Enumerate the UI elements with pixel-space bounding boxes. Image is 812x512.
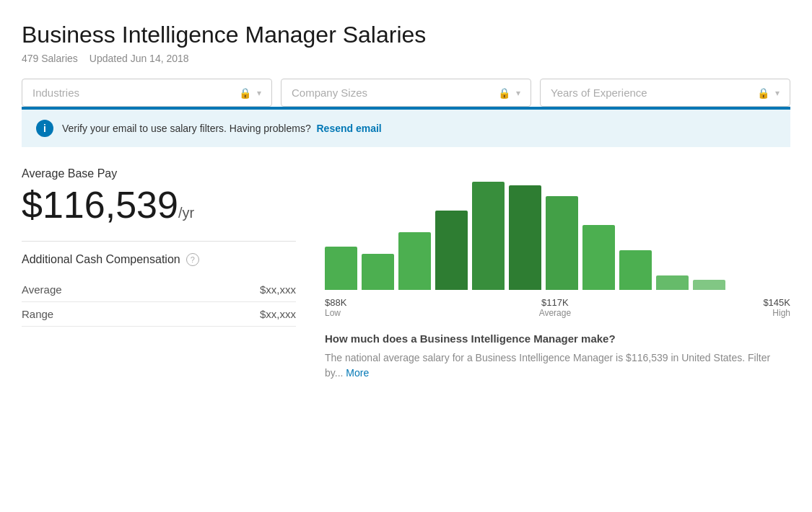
salary-value: $116,539: [22, 184, 178, 226]
info-icon: i: [36, 120, 53, 137]
company-sizes-chevron-icon: ▾: [516, 88, 520, 98]
banner-message: Verify your email to use salary filters.…: [62, 123, 382, 134]
chart-low-label: $88K: [325, 297, 346, 308]
avg-comp-label: Average: [22, 283, 62, 296]
avg-comp-row: Average $xx,xxx: [22, 278, 296, 302]
bar-10: [693, 280, 725, 290]
avg-comp-value: $xx,xxx: [260, 283, 296, 296]
question-icon[interactable]: ?: [186, 253, 199, 266]
years-of-experience-filter[interactable]: Years of Experience 🔒 ▾: [540, 79, 790, 107]
main-content: Average Base Pay $116,539/yr Additional …: [22, 167, 790, 381]
chart-low-sub: Low: [325, 308, 341, 318]
avg-base-label: Average Base Pay: [22, 167, 296, 180]
industries-lock-icon: 🔒: [239, 87, 251, 99]
chart-avg-label: $117K: [541, 297, 569, 308]
years-of-experience-chevron-icon: ▾: [775, 88, 780, 98]
range-comp-label: Range: [22, 308, 53, 320]
range-comp-value: $xx,xxx: [260, 308, 296, 320]
page-title: Business Intelligence Manager Salaries: [22, 22, 790, 48]
chart-high-sub: High: [772, 308, 790, 318]
bar-5: [509, 185, 541, 290]
bar-0: [325, 247, 357, 290]
salary-amount: $116,539/yr: [22, 186, 296, 224]
bar-7: [582, 225, 615, 290]
chart-avg-group: $117K Average: [539, 297, 571, 318]
bar-4: [472, 182, 505, 290]
chart-high-label: $145K: [763, 297, 790, 308]
company-sizes-lock-icon: 🔒: [498, 87, 510, 99]
cash-comp-title: Additional Cash Compensation: [22, 253, 180, 266]
bar-chart: [325, 175, 790, 290]
updated-date: Updated Jun 14, 2018: [90, 53, 189, 64]
company-sizes-label: Company Sizes: [292, 87, 367, 99]
how-much-text: The national average salary for a Busine…: [325, 350, 790, 381]
filters-row: Industries 🔒 ▾ Company Sizes 🔒 ▾ Years o…: [22, 79, 790, 107]
how-much-title: How much does a Business Intelligence Ma…: [325, 332, 790, 345]
more-link[interactable]: More: [346, 367, 369, 379]
chart-high-group: $145K High: [763, 297, 790, 318]
salary-period: /yr: [178, 205, 194, 221]
bar-3: [435, 211, 468, 290]
industries-filter[interactable]: Industries 🔒 ▾: [22, 79, 272, 107]
salaries-count: 479 Salaries: [22, 53, 78, 64]
right-panel: $88K Low $117K Average $145K High How mu…: [325, 167, 790, 381]
years-of-experience-lock-icon: 🔒: [757, 87, 769, 99]
bar-8: [619, 250, 652, 290]
chart-low-group: $88K Low: [325, 297, 346, 318]
description-section: How much does a Business Intelligence Ma…: [325, 332, 790, 381]
info-banner: i Verify your email to use salary filter…: [22, 110, 790, 147]
bar-9: [656, 275, 689, 290]
years-of-experience-label: Years of Experience: [551, 87, 647, 99]
bar-6: [546, 196, 578, 290]
left-panel: Average Base Pay $116,539/yr Additional …: [22, 167, 296, 381]
industries-label: Industries: [32, 87, 79, 99]
range-comp-row: Range $xx,xxx: [22, 302, 296, 327]
cash-comp-header: Additional Cash Compensation ?: [22, 253, 296, 266]
bar-1: [362, 254, 394, 290]
salary-chart: $88K Low $117K Average $145K High: [325, 167, 790, 318]
resend-email-link[interactable]: Resend email: [316, 123, 381, 134]
divider: [22, 241, 296, 242]
page-subtitle: 479 Salaries Updated Jun 14, 2018: [22, 53, 790, 64]
chart-labels: $88K Low $117K Average $145K High: [325, 297, 790, 318]
company-sizes-filter[interactable]: Company Sizes 🔒 ▾: [281, 79, 531, 107]
bar-2: [398, 232, 431, 290]
industries-chevron-icon: ▾: [257, 88, 261, 98]
chart-avg-sub: Average: [539, 308, 571, 318]
